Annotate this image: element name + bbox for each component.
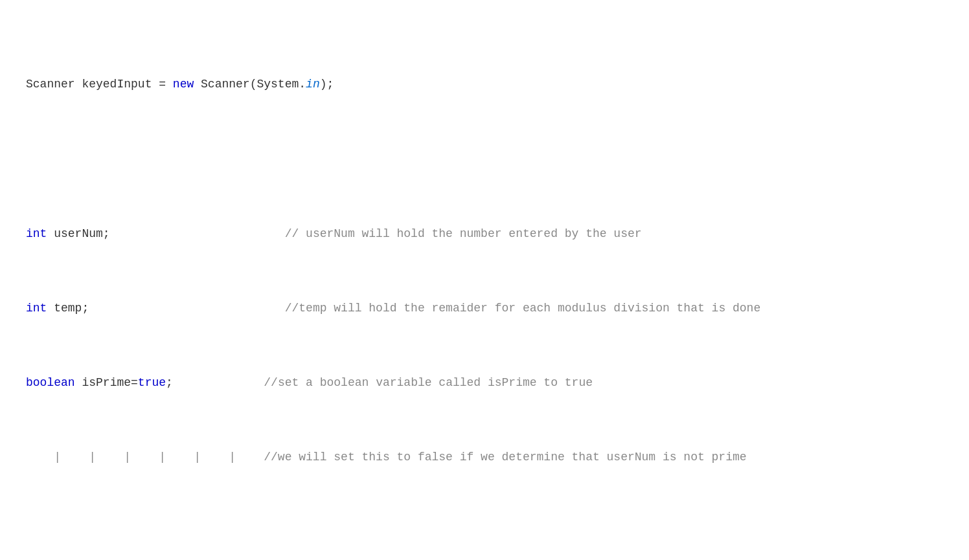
empty-line-1 [26, 150, 943, 169]
line-3: int temp; //temp will hold the remaider … [26, 299, 943, 318]
line-1: Scanner keyedInput = new Scanner(System.… [26, 75, 943, 94]
line-4: boolean isPrime=true; //set a boolean va… [26, 374, 943, 392]
line-2: int userNum; // userNum will hold the nu… [26, 225, 943, 243]
empty-line-2 [26, 523, 943, 542]
line-5: | | | | | | //we will set this to false … [26, 448, 943, 467]
code-block: Scanner keyedInput = new Scanner(System.… [26, 19, 943, 560]
